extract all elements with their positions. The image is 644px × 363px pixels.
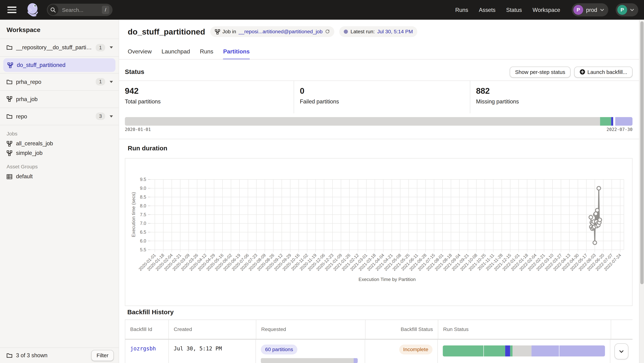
top-nav: / Runs Assets Status Workspace P prod P xyxy=(0,0,644,20)
dagster-logo-icon[interactable] xyxy=(26,2,40,17)
reload-icon[interactable] xyxy=(325,29,330,34)
cell-backfill-id: jozrgsbh xyxy=(125,340,169,363)
folder-icon xyxy=(7,114,12,119)
sidebar-item-default-asset-group[interactable]: default xyxy=(0,172,119,181)
page-header: do_stuff_partitioned Job in __reposi...a… xyxy=(128,26,628,37)
tab-overview[interactable]: Overview xyxy=(128,43,152,60)
tab-launchpad[interactable]: Launchpad xyxy=(162,43,190,60)
partition-status-bar[interactable] xyxy=(125,117,632,126)
job-icon xyxy=(7,96,12,102)
col-run-status: Run Status xyxy=(438,320,611,339)
user-avatar: P xyxy=(618,5,627,15)
run-status-dot xyxy=(344,30,348,34)
chevron-down-icon xyxy=(619,350,624,353)
stat-total-partitions: 942 Total partitions xyxy=(119,81,294,113)
created-timestamp: Jul 30, 5:12 PM xyxy=(174,345,222,352)
latest-run-link[interactable]: Jul 30, 5:14 PM xyxy=(377,29,413,34)
svg-text:8.0: 8.0 xyxy=(140,203,146,208)
tab-bar: Overview Launchpad Runs Partitions xyxy=(128,43,250,60)
filter-button[interactable]: Filter xyxy=(91,350,114,361)
svg-text:6.0: 6.0 xyxy=(140,238,146,244)
run-duration-chart[interactable]: 9.59.08.58.07.57.06.56.05.52020-01-01202… xyxy=(125,158,632,306)
backfill-status-badge: Incomplete xyxy=(399,345,432,354)
table-header-row: Backfill Id Created Requested Backfill S… xyxy=(125,320,632,340)
sidebar-item-prha-job[interactable]: prha_job xyxy=(0,90,119,108)
nav-link-assets[interactable]: Assets xyxy=(479,7,496,13)
backfill-history-table: Backfill Id Created Requested Backfill S… xyxy=(125,320,632,363)
job-icon xyxy=(7,141,12,146)
job-origin-link[interactable]: __reposi...artitioned@partitioned_job xyxy=(238,29,322,34)
partition-range-labels: 2020-01-01 2022-07-30 xyxy=(125,127,632,132)
requested-partitions-pill[interactable]: 60 partitions xyxy=(261,345,297,354)
bar-segment xyxy=(532,345,559,356)
sidebar-repo-row-1[interactable]: __repository__do_stuff_partitio... 1 xyxy=(0,39,119,56)
job-icon xyxy=(8,62,13,68)
sidebar-item-do-stuff-partitioned[interactable]: do_stuff_partitioned xyxy=(3,58,115,72)
selected-job-label: do_stuff_partitioned xyxy=(17,62,66,68)
folder-icon xyxy=(7,45,12,50)
job-label: all_cereals_job xyxy=(16,140,53,146)
nav-links: Runs Assets Status Workspace xyxy=(455,7,560,13)
nav-link-runs[interactable]: Runs xyxy=(455,7,468,13)
stat-missing-partitions: 882 Missing partitions xyxy=(470,81,639,113)
sidebar-repo-row-3[interactable]: repo 3 xyxy=(0,108,119,125)
svg-text:6.5: 6.5 xyxy=(140,230,146,234)
nav-link-status[interactable]: Status xyxy=(506,7,522,13)
cell-created: Jul 30, 5:12 PM xyxy=(169,340,256,363)
tab-partitions[interactable]: Partitions xyxy=(223,43,250,60)
cell-requested: 60 partitions 2020-01-01 2022-07-30 xyxy=(256,340,365,363)
col-backfill-id: Backfill Id xyxy=(125,320,169,339)
stat-label: Failed partitions xyxy=(300,98,470,105)
bar-segment xyxy=(560,345,605,356)
search-box[interactable]: / xyxy=(47,4,112,16)
caret-down-icon[interactable] xyxy=(110,46,113,48)
sidebar-repo-row-2[interactable]: prha_repo 1 xyxy=(0,73,119,90)
col-requested: Requested xyxy=(256,320,366,339)
launch-backfill-button[interactable]: Launch backfill... xyxy=(574,66,632,78)
tab-runs[interactable]: Runs xyxy=(200,43,213,60)
svg-text:9.0: 9.0 xyxy=(140,186,146,191)
repo-count-badge: 1 xyxy=(96,78,105,86)
vertical-scrollbar[interactable] xyxy=(639,20,644,363)
nav-link-workspace[interactable]: Workspace xyxy=(533,7,560,13)
cell-actions xyxy=(610,340,632,363)
expand-row-button[interactable] xyxy=(614,344,628,360)
run-status-bar[interactable] xyxy=(443,345,605,356)
job-origin-prefix: Job in xyxy=(222,29,236,34)
chevron-down-icon xyxy=(600,9,604,11)
bar-segment xyxy=(443,345,483,356)
bar-segment xyxy=(615,117,632,126)
bar-segment xyxy=(125,117,600,126)
hamburger-menu-icon[interactable] xyxy=(8,7,16,13)
backfill-history-heading: Backfill History xyxy=(127,308,174,316)
caret-down-icon[interactable] xyxy=(110,81,113,83)
search-shortcut-key: / xyxy=(102,6,109,14)
partition-stats: 942 Total partitions 0 Failed partitions… xyxy=(119,80,639,114)
repo-name: repo xyxy=(16,113,92,119)
svg-text:Execution time (secs): Execution time (secs) xyxy=(131,192,136,237)
svg-text:8.5: 8.5 xyxy=(140,194,146,200)
svg-text:9.5: 9.5 xyxy=(140,177,146,182)
sidebar-footer: 3 of 3 shown Filter xyxy=(0,348,119,363)
table-row: jozrgsbh Jul 30, 5:12 PM 60 partitions 2… xyxy=(125,340,632,363)
user-menu[interactable]: P xyxy=(616,3,638,16)
stat-value: 942 xyxy=(125,86,294,96)
sidebar-item-simple-job[interactable]: simple_job xyxy=(0,148,119,158)
deployment-switcher[interactable]: P prod xyxy=(572,3,608,16)
folder-icon xyxy=(7,353,12,358)
sidebar-heading: Workspace xyxy=(7,26,40,34)
scrollbar-thumb[interactable] xyxy=(640,22,643,284)
show-per-step-status-button[interactable]: Show per-step status xyxy=(510,66,570,78)
job-origin-pill: Job in __reposi...artitioned@partitioned… xyxy=(210,26,334,37)
search-input[interactable] xyxy=(61,6,97,13)
status-heading: Status xyxy=(125,68,144,76)
svg-text:5.5: 5.5 xyxy=(140,247,146,252)
cell-run-status xyxy=(438,340,610,363)
stat-failed-partitions: 0 Failed partitions xyxy=(294,81,470,113)
stat-value: 882 xyxy=(476,86,639,96)
caret-down-icon[interactable] xyxy=(110,115,113,117)
sidebar-item-all-cereals-job[interactable]: all_cereals_job xyxy=(0,139,119,148)
deployment-name: prod xyxy=(586,7,597,13)
deployment-avatar: P xyxy=(573,5,583,15)
backfill-id-link[interactable]: jozrgsbh xyxy=(130,345,156,352)
